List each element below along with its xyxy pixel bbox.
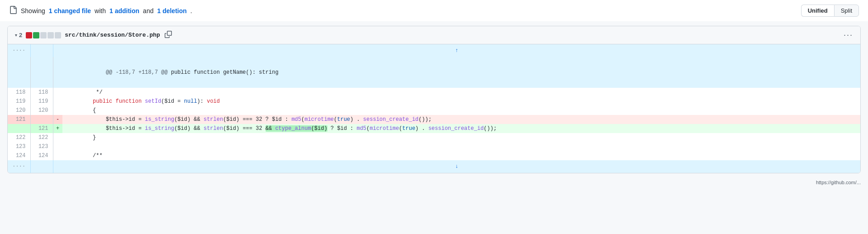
old-line-num: 121: [8, 115, 30, 124]
diff-header-right: ···: [844, 30, 853, 40]
new-line-num: 122: [30, 133, 53, 142]
old-line-num: [8, 124, 30, 133]
old-line-num: 122: [8, 133, 30, 142]
line-code: [62, 142, 861, 151]
diff-header-left: ▾ 2 src/think/session/Store.php: [15, 30, 173, 40]
new-line-num: 118: [30, 88, 53, 97]
expand-row-bottom: ···· ↓: [8, 160, 860, 173]
split-button[interactable]: Split: [834, 5, 859, 17]
expand-icon-bottom[interactable]: ↓: [53, 160, 860, 173]
diff-container: ▾ 2 src/think/session/Store.php: [7, 26, 861, 173]
line-sign: [53, 88, 62, 97]
expand-line-num-right: [30, 44, 53, 57]
top-bar-left: Showing 1 changed file with 1 addition a…: [9, 6, 192, 15]
expand-row-top: ···· ↑: [8, 44, 860, 57]
table-row: 123 123: [8, 142, 860, 151]
table-row: 118 118 */: [8, 88, 860, 97]
addition-count: 1 addition: [109, 7, 139, 14]
deletion-count: 1 deletion: [157, 7, 186, 14]
and-text: and: [143, 7, 153, 14]
hunk-line-num-right: [30, 57, 53, 88]
hunk-header-text: @@ -118,7 +118,7 @@ public function getN…: [62, 57, 861, 88]
chevron-down-icon: ▾: [15, 33, 17, 38]
expand-line-num-left: ····: [8, 44, 30, 57]
top-bar: Showing 1 changed file with 1 addition a…: [0, 0, 868, 21]
page-wrapper: Showing 1 changed file with 1 addition a…: [0, 0, 868, 187]
old-line-num: 120: [8, 106, 30, 115]
old-line-num: 118: [8, 88, 30, 97]
table-row-added: 121 + $this->id = is_string($id) && strl…: [8, 124, 860, 133]
line-code: */: [62, 88, 861, 97]
file-diff-icon: [9, 6, 17, 15]
with-text: with: [95, 7, 106, 14]
old-line-num: 119: [8, 97, 30, 106]
line-sign: [53, 97, 62, 106]
old-line-num: 123: [8, 142, 30, 151]
stat-box-gray-2: [47, 32, 54, 38]
table-row: 119 119 public function setId($id = null…: [8, 97, 860, 106]
table-row: 120 120 {: [8, 106, 860, 115]
changed-count: 1 changed file: [49, 7, 91, 14]
expand-icon-top[interactable]: ↑: [53, 44, 860, 57]
line-code: $this->id = is_string($id) && strlen($id…: [62, 115, 861, 124]
line-code: /**: [62, 151, 861, 160]
table-row-deleted: 121 - $this->id = is_string($id) && strl…: [8, 115, 860, 124]
new-line-num: 121: [30, 124, 53, 133]
diff-table: ···· ↑ @@ -118,7 +118,7 @@ public functi…: [8, 44, 860, 173]
footer: https://github.com/...: [0, 178, 868, 187]
hunk-sign: [53, 57, 62, 88]
line-sign: [53, 151, 62, 160]
diff-stat-boxes: [26, 32, 61, 38]
line-code: $this->id = is_string($id) && strlen($id…: [62, 124, 861, 133]
period-text: .: [190, 7, 192, 14]
table-row: 124 124 /**: [8, 151, 860, 160]
footer-url: https://github.com/...: [816, 180, 861, 185]
hunk-line-num-left: [8, 57, 30, 88]
new-line-num: [30, 115, 53, 124]
line-sign: [53, 142, 62, 151]
view-toggle: Unified Split: [801, 5, 859, 17]
expand-line-num-right: [30, 160, 53, 173]
collapse-button[interactable]: ▾ 2: [15, 32, 22, 38]
stat-box-gray-1: [40, 32, 47, 38]
line-code: public function setId($id = null): void: [62, 97, 861, 106]
line-sign: +: [53, 124, 62, 133]
hunk-header-row: @@ -118,7 +118,7 @@ public function getN…: [8, 57, 860, 88]
unified-button[interactable]: Unified: [801, 5, 834, 17]
line-code: {: [62, 106, 861, 115]
more-options-button[interactable]: ···: [844, 30, 853, 40]
file-change-count: 2: [19, 32, 22, 38]
showing-text: Showing: [21, 7, 45, 14]
line-sign: [53, 106, 62, 115]
line-code: }: [62, 133, 861, 142]
stat-box-red: [26, 32, 32, 38]
stat-box-green: [33, 32, 39, 38]
line-sign: [53, 133, 62, 142]
new-line-num: 119: [30, 97, 53, 106]
old-line-num: 124: [8, 151, 30, 160]
new-line-num: 124: [30, 151, 53, 160]
file-path: src/think/session/Store.php: [65, 32, 160, 38]
expand-up-icon: ↑: [455, 48, 458, 54]
line-sign: -: [53, 115, 62, 124]
expand-line-num-left: ····: [8, 160, 30, 173]
new-line-num: 120: [30, 106, 53, 115]
new-line-num: 123: [30, 142, 53, 151]
copy-path-button[interactable]: [164, 30, 173, 40]
stat-box-gray-3: [55, 32, 61, 38]
expand-down-icon: ↓: [455, 163, 458, 170]
diff-header: ▾ 2 src/think/session/Store.php: [8, 26, 860, 44]
table-row: 122 122 }: [8, 133, 860, 142]
